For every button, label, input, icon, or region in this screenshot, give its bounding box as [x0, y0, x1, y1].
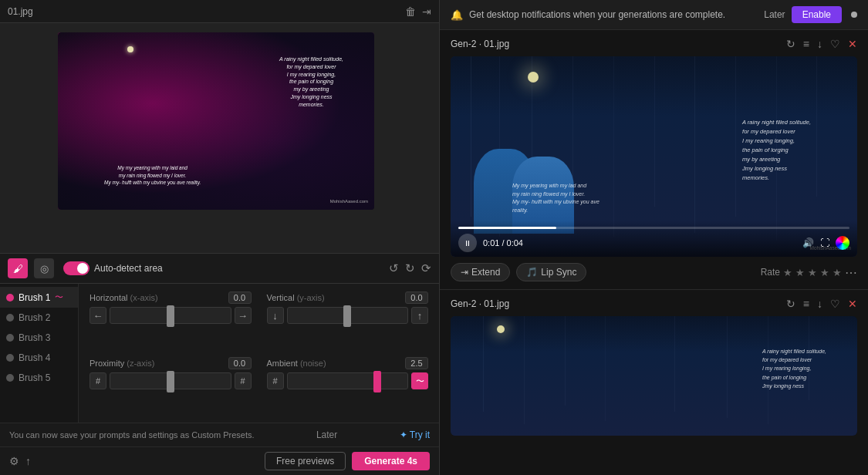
lip-sync-icon: 🎵: [526, 267, 538, 278]
vertical-label: Vertical (y-axis): [267, 293, 325, 302]
vertical-value[interactable]: 0.0: [405, 291, 428, 304]
pause-button[interactable]: ⏸: [458, 234, 477, 252]
brush-item-1[interactable]: Brush 1 〜: [0, 287, 78, 308]
ambient-slider-track[interactable]: [287, 372, 409, 389]
title-bar-actions: 🗑 ⇥: [405, 5, 431, 18]
ambient-icon-btn[interactable]: #: [267, 372, 284, 389]
brush-panel: Brush 1 〜 Brush 2 Brush 3 Brush 4 Brush …: [0, 284, 439, 423]
brush-3-label: Brush 3: [19, 332, 50, 343]
notification-bar: 🔔 Get desktop notifications when your ge…: [440, 0, 868, 30]
brush-5-dot: [6, 374, 14, 382]
proximity-icon-btn2[interactable]: #: [235, 372, 252, 389]
footer-later-button[interactable]: Later: [316, 430, 337, 440]
download-icon-2[interactable]: ↓: [817, 298, 822, 310]
video-moon: [528, 72, 539, 83]
video-player-2[interactable]: A rainy night filled solitude, for my de…: [451, 316, 857, 436]
vertical-slider-thumb[interactable]: [343, 305, 351, 327]
undo-button[interactable]: ↺: [389, 261, 399, 275]
volume-icon[interactable]: 🔊: [802, 238, 814, 248]
left-panel: 01.jpg 🗑 ⇥ A rainy night filled solitude…: [0, 0, 440, 475]
canvas-watermark: MohishAased.com: [330, 199, 368, 204]
horizontal-slider-track[interactable]: [110, 307, 231, 324]
brush-list: Brush 1 〜 Brush 2 Brush 3 Brush 4 Brush …: [0, 284, 79, 423]
more-options-button[interactable]: ⋯: [845, 265, 857, 280]
brush-item-5[interactable]: Brush 5: [0, 368, 78, 388]
footer-try-button[interactable]: ✦ Try it: [400, 430, 430, 440]
ambient-slider-thumb[interactable]: [373, 371, 381, 392]
select-tool-button[interactable]: ◎: [34, 258, 54, 278]
bottom-right-actions: Free previews Generate 4s: [265, 452, 430, 470]
redo-button[interactable]: ↻: [405, 261, 415, 275]
auto-detect-label: Auto-detect area: [94, 263, 163, 274]
canvas-area[interactable]: A rainy night filled solitude,for my dep…: [0, 23, 439, 253]
brush-2-label: Brush 2: [19, 312, 50, 323]
refresh-icon-1[interactable]: ↻: [786, 38, 795, 50]
control-row: ⏸ 0:01 / 0:04 🔊 ⛶: [458, 234, 849, 252]
brush-item-4[interactable]: Brush 4: [0, 348, 78, 368]
file-title: 01.jpg: [8, 6, 33, 17]
proximity-value[interactable]: 0.0: [228, 357, 252, 369]
vertical-increase-btn[interactable]: ↑: [411, 307, 428, 324]
download-icon-1[interactable]: ↓: [817, 38, 822, 50]
export-icon[interactable]: ⇥: [422, 5, 431, 18]
notification-text: Get desktop notifications when your gene…: [469, 9, 758, 20]
proximity-slider-thumb[interactable]: [167, 371, 174, 392]
star-4[interactable]: ★: [820, 267, 829, 278]
progress-bar-fill: [458, 227, 556, 229]
settings-icon[interactable]: ⚙: [9, 455, 19, 467]
heart-icon-1[interactable]: ♡: [830, 38, 840, 50]
figure-group: [474, 126, 628, 234]
refresh-icon-2[interactable]: ↻: [786, 298, 795, 310]
vertical-decrease-btn[interactable]: ↓: [267, 307, 284, 324]
video-2-moon: [497, 325, 505, 333]
auto-detect-toggle[interactable]: [63, 261, 90, 275]
share-icon[interactable]: ↑: [25, 455, 31, 467]
proximity-slider-track[interactable]: [110, 372, 231, 389]
star-2[interactable]: ★: [795, 267, 805, 278]
progress-bar-bg[interactable]: [458, 227, 849, 229]
heart-icon-2[interactable]: ♡: [830, 298, 840, 310]
color-wheel[interactable]: [836, 236, 849, 250]
gen-card-2-title: Gen-2 · 01.jpg: [451, 298, 509, 309]
gen-card-1-header: Gen-2 · 01.jpg ↻ ≡ ↓ ♡ ✕: [451, 38, 857, 50]
brush-item-3[interactable]: Brush 3: [0, 328, 78, 348]
ambient-icon-btn2[interactable]: 〜: [411, 372, 428, 389]
rate-row: Rate ★ ★ ★ ★ ★ ⋯: [761, 265, 857, 280]
gen-card-1-title: Gen-2 · 01.jpg: [451, 39, 509, 49]
canvas-image[interactable]: A rainy night filled solitude,for my dep…: [58, 32, 374, 210]
horizontal-slider-row: ← →: [90, 307, 252, 324]
star-3[interactable]: ★: [808, 267, 817, 278]
brush-4-label: Brush 4: [19, 352, 50, 363]
gen-card-2-header: Gen-2 · 01.jpg ↻ ≡ ↓ ♡ ✕: [451, 298, 857, 310]
poem-overlay-1: A rainy night filled solitude,for my dep…: [279, 56, 343, 109]
right-panel: 🔔 Get desktop notifications when your ge…: [440, 0, 868, 475]
close-icon-1[interactable]: ✕: [848, 38, 857, 50]
vertical-slider-track[interactable]: [287, 307, 409, 324]
notification-later-button[interactable]: Later: [764, 9, 785, 20]
video-player-1[interactable]: A rainy night filled solitude, for my de…: [451, 56, 857, 257]
horizontal-decrease-btn[interactable]: ←: [90, 307, 106, 324]
free-previews-button[interactable]: Free previews: [265, 452, 346, 470]
menu-icon-1[interactable]: ≡: [803, 38, 809, 50]
horizontal-increase-btn[interactable]: →: [235, 307, 252, 324]
proximity-icon-btn[interactable]: #: [90, 372, 106, 389]
extend-button[interactable]: ⇥ Extend: [451, 263, 510, 281]
horizontal-value[interactable]: 0.0: [228, 291, 252, 304]
brush-tool-button[interactable]: 🖌: [8, 258, 28, 278]
brush-item-2[interactable]: Brush 2: [0, 308, 78, 328]
generate-button[interactable]: Generate 4s: [352, 452, 430, 470]
lip-sync-button[interactable]: 🎵 Lip Sync: [516, 263, 586, 281]
reset-button[interactable]: ⟳: [421, 261, 431, 275]
trash-icon[interactable]: 🗑: [405, 5, 416, 18]
horizontal-label: Horizontal (x-axis): [90, 293, 158, 302]
horizontal-slider-thumb[interactable]: [167, 305, 174, 327]
close-icon-2[interactable]: ✕: [848, 298, 857, 310]
fullscreen-button[interactable]: ⛶: [820, 238, 829, 248]
menu-icon-2[interactable]: ≡: [803, 298, 809, 310]
poem-overlay-2: My my yearing with my laid andmy rain ni…: [104, 164, 201, 187]
star-1[interactable]: ★: [783, 267, 792, 278]
notification-enable-button[interactable]: Enable: [792, 6, 842, 23]
bell-icon: 🔔: [451, 9, 463, 21]
star-5[interactable]: ★: [833, 267, 842, 278]
ambient-value[interactable]: 2.5: [405, 357, 428, 369]
